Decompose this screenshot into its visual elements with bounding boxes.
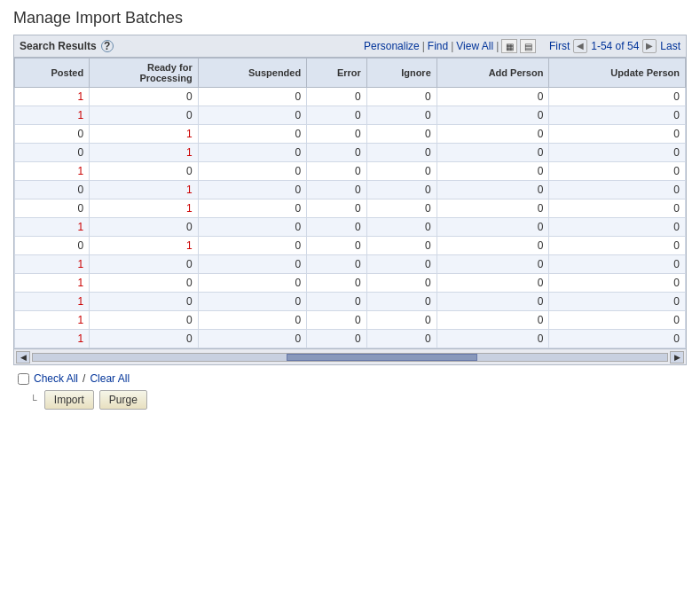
table-cell: 0 [198,162,306,181]
scroll-track[interactable] [32,353,668,362]
footer-area: Check All / Clear All └ Import Purge [13,365,687,417]
table-cell: 0 [307,144,367,162]
grid-icon[interactable]: ▦ [501,39,517,53]
table-cell: 0 [90,106,199,125]
pagination-text: 1-54 of 54 [591,40,639,52]
next-page-btn[interactable]: ▶ [642,39,657,53]
table-cell: 0 [198,88,306,106]
toolbar-right: Personalize | Find | View All | ▦ ▤ Firs… [364,39,680,53]
table-cell: 0 [90,88,199,106]
table-cell[interactable]: 1 [90,199,199,218]
table-cell: 0 [366,88,437,106]
table-cell: 0 [198,181,306,199]
table-cell[interactable]: 1 [15,88,90,106]
table-row: 1000000 [15,330,686,348]
table-cell: 0 [437,106,549,125]
table-cell: 0 [307,162,367,181]
table-cell: 0 [307,293,367,311]
data-table: Posted Ready forProcessing Suspended Err… [14,58,686,348]
table-cell: 0 [549,330,686,348]
table-row: 0100000 [15,125,686,144]
page-container: Manage Import Batches Search Results ? P… [0,0,700,602]
view-all-link[interactable]: View All [456,40,493,52]
table-row: 1000000 [15,106,686,125]
table-row: 1000000 [15,274,686,293]
table-cell: 0 [366,274,437,293]
toolbar-left: Search Results ? [20,40,114,52]
find-link[interactable]: Find [428,40,448,52]
search-results-label: Search Results [20,40,97,52]
table-cell[interactable]: 1 [15,330,90,348]
help-icon[interactable]: ? [101,40,114,52]
table-cell: 0 [307,311,367,330]
import-button[interactable]: Import [44,390,94,410]
table-cell: 0 [90,218,199,237]
corner-mark: └ [30,395,37,405]
table-cell[interactable]: 1 [15,274,90,293]
table-cell: 0 [307,218,367,237]
table-cell[interactable]: 1 [90,181,199,199]
table-cell[interactable]: 1 [15,218,90,237]
table-cell: 0 [366,255,437,274]
table-cell[interactable]: 1 [15,162,90,181]
col-header-posted: Posted [15,59,90,88]
table-row: 0100000 [15,237,686,255]
checkbox-row: Check All / Clear All [18,372,682,385]
table-cell: 0 [437,162,549,181]
table-cell: 0 [15,181,90,199]
table-cell: 0 [198,330,306,348]
table-cell: 0 [437,255,549,274]
table-cell: 0 [549,274,686,293]
col-header-error: Error [307,59,367,88]
page-title: Manage Import Batches [13,9,687,27]
scrollbar-area: ◀ ▶ [14,348,686,364]
table-cell: 0 [437,144,549,162]
table-cell: 0 [366,181,437,199]
table-cell[interactable]: 1 [90,144,199,162]
col-header-ignore: Ignore [366,59,437,88]
check-all-checkbox[interactable] [18,373,29,385]
personalize-link[interactable]: Personalize [364,40,420,52]
table-cell: 0 [198,144,306,162]
table-cell: 0 [198,293,306,311]
table-cell: 0 [437,199,549,218]
table-cell[interactable]: 1 [15,293,90,311]
table-cell: 0 [307,181,367,199]
table-body: 1000000100000001000000100000100000001000… [15,88,686,348]
table-cell[interactable]: 1 [15,106,90,125]
table-cell: 0 [15,199,90,218]
scroll-right-btn[interactable]: ▶ [670,351,684,364]
chart-icon[interactable]: ▤ [520,39,536,53]
table-cell: 0 [366,144,437,162]
last-link[interactable]: Last [660,40,680,52]
table-cell: 0 [437,237,549,255]
table-cell: 0 [437,330,549,348]
table-cell: 0 [366,293,437,311]
scroll-left-btn[interactable]: ◀ [16,351,30,364]
table-cell: 0 [549,125,686,144]
table-cell: 0 [90,330,199,348]
table-cell[interactable]: 1 [90,237,199,255]
table-cell: 0 [307,330,367,348]
clear-all-link[interactable]: Clear All [90,372,130,385]
table-cell: 0 [307,106,367,125]
table-cell: 0 [437,88,549,106]
table-row: 1000000 [15,293,686,311]
check-separator: / [83,372,85,385]
check-all-link[interactable]: Check All [34,372,78,385]
button-row: └ Import Purge [30,390,682,410]
table-row: 0100000 [15,144,686,162]
table-cell: 0 [198,106,306,125]
prev-page-btn[interactable]: ◀ [573,39,587,53]
grid-container: Search Results ? Personalize | Find | Vi… [13,35,687,365]
table-cell[interactable]: 1 [15,311,90,330]
purge-button[interactable]: Purge [99,390,147,410]
table-cell: 0 [366,162,437,181]
table-cell: 0 [90,311,199,330]
table-cell[interactable]: 1 [15,255,90,274]
first-link[interactable]: First [549,40,570,52]
table-cell: 0 [198,125,306,144]
grid-toolbar: Search Results ? Personalize | Find | Vi… [14,35,686,58]
table-cell[interactable]: 1 [90,125,199,144]
table-cell: 0 [15,125,90,144]
